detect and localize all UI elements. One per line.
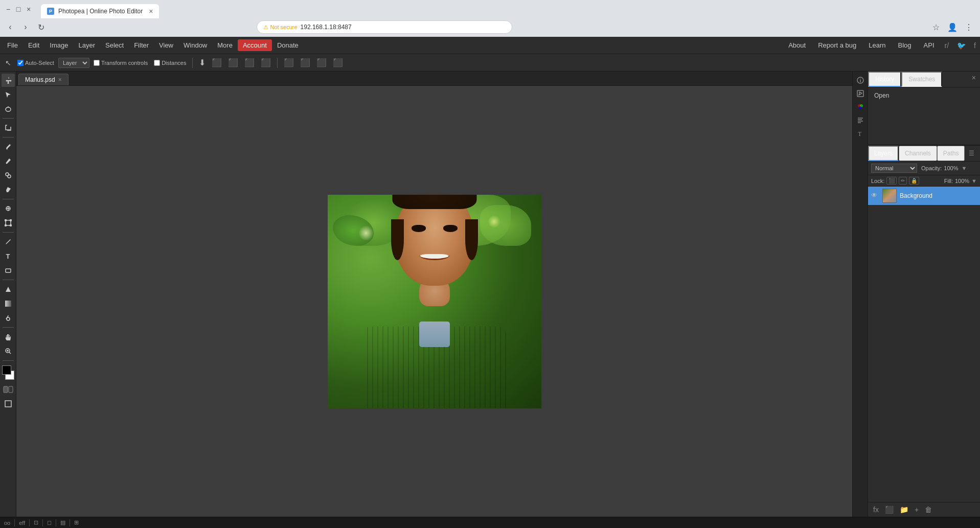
tool-eyedropper[interactable] <box>2 140 15 153</box>
doc-tab-close[interactable]: × <box>58 76 62 83</box>
reload-button[interactable]: ↻ <box>35 21 47 33</box>
menu-report-bug[interactable]: Report a bug <box>814 39 860 51</box>
panel-icon-info[interactable] <box>855 75 866 86</box>
layer-group-btn[interactable]: 📁 <box>898 504 910 515</box>
menu-api[interactable]: API <box>920 39 939 51</box>
tab-paths[interactable]: Paths <box>937 146 965 161</box>
tool-transform[interactable] <box>2 216 15 229</box>
tool-select-arrow[interactable] <box>2 88 15 101</box>
menu-about[interactable]: About <box>784 39 810 51</box>
menu-edit[interactable]: Edit <box>23 39 44 51</box>
foreground-color-swatch[interactable] <box>2 365 11 375</box>
align-center-btn[interactable]: ⬛ <box>226 57 240 68</box>
lock-pixels-btn[interactable]: ⬛ <box>886 177 897 185</box>
tab-channels[interactable]: Channels <box>899 146 937 161</box>
tool-eraser[interactable] <box>2 183 15 196</box>
opacity-arrow[interactable]: ▼ <box>962 165 967 171</box>
browser-tab-active[interactable]: P Photopea | Online Photo Editor × <box>41 4 159 18</box>
tool-gradient[interactable] <box>2 297 15 310</box>
menu-view[interactable]: View <box>154 39 178 51</box>
menu-layer[interactable]: Layer <box>74 39 101 51</box>
layer-item-background[interactable]: 👁 Background <box>868 187 980 205</box>
twitter-icon[interactable]: 🐦 <box>955 40 968 51</box>
back-button[interactable]: ‹ <box>4 21 16 33</box>
menu-filter[interactable]: Filter <box>129 39 154 51</box>
canvas-area[interactable] <box>16 86 852 517</box>
menu-window[interactable]: Window <box>178 39 212 51</box>
tool-pen[interactable] <box>2 235 15 248</box>
distribute-h-btn[interactable]: ⬛ <box>282 57 296 68</box>
blend-mode-select[interactable]: Normal Multiply Screen Overlay <box>871 164 917 173</box>
document-tab-marius[interactable]: Marius.psd × <box>18 74 69 85</box>
lock-label: Lock: <box>871 178 884 184</box>
layer-select-dropdown[interactable]: Layer Group <box>58 58 89 68</box>
tab-history[interactable]: History <box>868 72 901 87</box>
tool-text[interactable]: T <box>2 249 15 263</box>
tool-crop[interactable] <box>2 121 15 134</box>
menu-select[interactable]: Select <box>100 39 129 51</box>
distribute-s-btn[interactable]: ⬛ <box>331 57 345 68</box>
tab-swatches[interactable]: Swatches <box>901 72 942 87</box>
menu-donate[interactable]: Donate <box>272 39 304 51</box>
facebook-icon[interactable]: f <box>972 40 978 51</box>
layer-fx-btn[interactable]: fx <box>871 504 881 515</box>
tool-move[interactable] <box>2 74 15 87</box>
quick-mask-btn[interactable] <box>2 383 15 396</box>
screen-mode-btn[interactable] <box>2 397 15 410</box>
panel-icon-char[interactable]: T <box>855 128 866 139</box>
align-right-btn[interactable]: ⬛ <box>242 57 257 68</box>
distribute-v-btn[interactable]: ⬛ <box>298 57 312 68</box>
menu-image[interactable]: Image <box>44 39 73 51</box>
menu-button[interactable]: ⋮ <box>962 20 976 34</box>
tool-dodge[interactable] <box>2 202 15 215</box>
align-left-btn[interactable]: ⬛ <box>210 57 224 68</box>
maximize-button[interactable]: □ <box>14 5 22 13</box>
close-button[interactable]: × <box>25 5 33 13</box>
menu-learn[interactable]: Learn <box>864 39 890 51</box>
layer-visibility-icon[interactable]: 👁 <box>871 192 879 200</box>
tab-layers[interactable]: Layers <box>868 146 899 161</box>
menu-more[interactable]: More <box>212 39 238 51</box>
tool-brush[interactable] <box>2 154 15 168</box>
panel-icon-text[interactable] <box>855 114 866 126</box>
tool-clone[interactable] <box>2 169 15 182</box>
history-item-open[interactable]: Open <box>871 90 977 101</box>
menu-blog[interactable]: Blog <box>894 39 916 51</box>
history-spacer <box>868 104 980 145</box>
menu-file[interactable]: File <box>2 39 23 51</box>
tool-zoom[interactable] <box>2 345 15 358</box>
move-tool-btn[interactable]: ↖ <box>3 58 13 68</box>
bookmark-button[interactable]: ☆ <box>929 20 943 34</box>
lock-all-btn[interactable]: 🔒 <box>909 177 919 185</box>
panel-icon-color[interactable] <box>855 101 866 112</box>
align-bottom-btn[interactable]: ⬛ <box>259 57 273 68</box>
address-bar[interactable]: ⚠ Not secure 192.168.1.18:8487 <box>257 20 512 34</box>
profile-button[interactable]: 👤 <box>945 20 960 34</box>
lock-position-btn[interactable]: ✏ <box>899 177 907 185</box>
svg-rect-16 <box>5 401 11 407</box>
distances-checkbox[interactable] <box>154 60 160 66</box>
layer-delete-btn[interactable]: 🗑 <box>923 504 934 515</box>
transform-controls-checkbox[interactable] <box>94 60 100 66</box>
reddit-icon[interactable]: r/ <box>943 40 951 51</box>
forward-button[interactable]: › <box>19 21 32 33</box>
align-top-btn[interactable]: ⬇ <box>197 57 208 68</box>
minimize-button[interactable]: − <box>4 5 12 13</box>
layer-new-btn[interactable]: + <box>913 504 921 515</box>
tool-lasso[interactable] <box>2 102 15 116</box>
auto-select-checkbox[interactable] <box>17 60 24 66</box>
menu-account[interactable]: Account <box>238 39 272 51</box>
layer-mask-btn[interactable]: ⬛ <box>883 504 896 515</box>
panel-icon-navigator[interactable] <box>855 88 866 99</box>
tool-shape[interactable] <box>2 264 15 277</box>
color-swatches[interactable] <box>1 365 15 380</box>
history-panel-close[interactable]: × <box>968 72 980 87</box>
svg-point-0 <box>6 107 11 111</box>
distribute-w-btn[interactable]: ⬛ <box>314 57 329 68</box>
tool-hand[interactable] <box>2 330 15 343</box>
layers-panel-menu[interactable]: ☰ <box>965 148 978 159</box>
tool-fill[interactable] <box>2 283 15 296</box>
tab-close-button[interactable]: × <box>149 7 153 15</box>
fill-arrow[interactable]: ▼ <box>971 178 977 184</box>
tool-burn[interactable] <box>2 311 15 325</box>
